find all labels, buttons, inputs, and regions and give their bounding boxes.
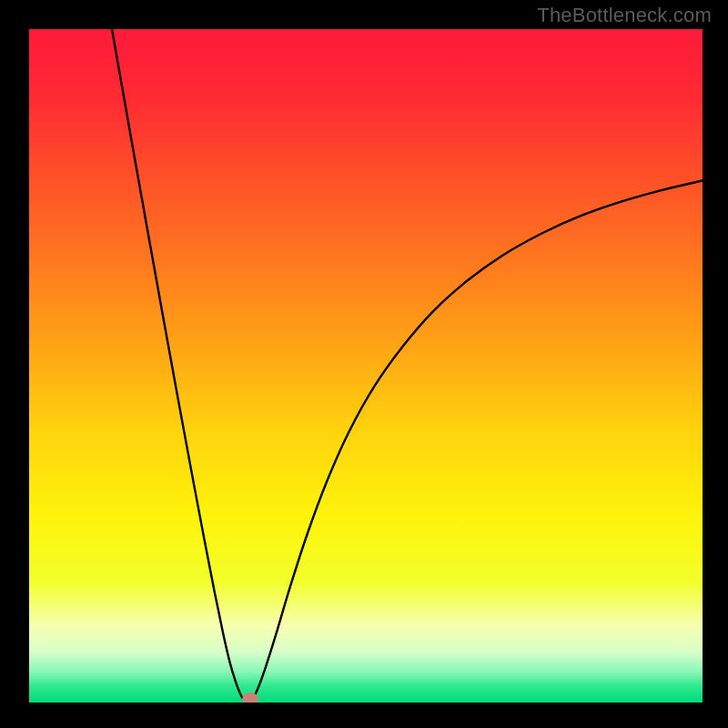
plot-svg	[29, 29, 703, 703]
watermark-text: TheBottleneck.com	[537, 4, 712, 27]
chart-stage: TheBottleneck.com	[0, 0, 728, 728]
plot-area	[29, 29, 703, 703]
plot-frame	[29, 29, 703, 703]
